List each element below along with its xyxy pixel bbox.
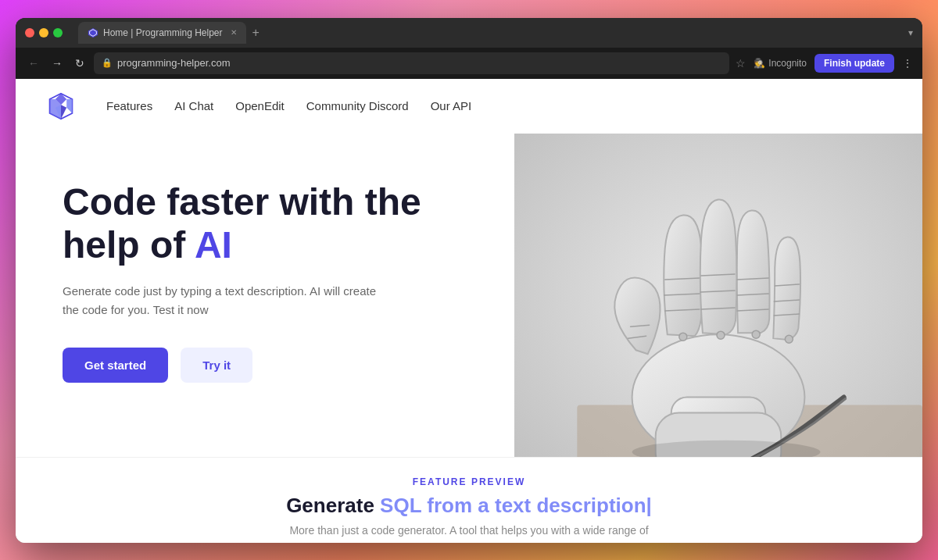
- incognito-button[interactable]: 🕵 Incognito: [754, 58, 807, 69]
- address-right: ☆ 🕵 Incognito Finish update ⋮: [736, 54, 913, 73]
- browser-window: Home | Programming Helper ✕ + ▾ ← → ↻ 🔒 …: [16, 18, 922, 543]
- nav-ai-chat[interactable]: AI Chat: [174, 99, 213, 112]
- feature-title-highlight: SQL from a text description|: [380, 494, 652, 517]
- svg-point-27: [679, 333, 687, 341]
- hero-title-line2: help of AI: [63, 224, 232, 266]
- tab-chevron-icon: ▾: [908, 27, 913, 38]
- refresh-button[interactable]: ↻: [72, 54, 88, 73]
- website-content: Features AI Chat OpenEdit Community Disc…: [16, 79, 922, 543]
- forward-button[interactable]: →: [48, 54, 66, 73]
- site-nav: Features AI Chat OpenEdit Community Disc…: [16, 79, 922, 134]
- url-text: programming-helper.com: [117, 57, 231, 69]
- tab-favicon-icon: [88, 27, 98, 38]
- hero-left: Code faster with the help of AI Generate…: [16, 134, 514, 457]
- nav-our-api[interactable]: Our API: [431, 99, 472, 112]
- bookmark-icon[interactable]: ☆: [736, 57, 746, 70]
- maximize-button[interactable]: [53, 28, 63, 37]
- minimize-button[interactable]: [39, 28, 48, 37]
- title-bar: Home | Programming Helper ✕ + ▾: [16, 18, 922, 48]
- feature-title-start: Generate: [286, 494, 380, 517]
- get-started-button[interactable]: Get started: [63, 348, 168, 383]
- svg-point-29: [752, 330, 760, 338]
- tab-bar: Home | Programming Helper ✕ + ▾: [78, 22, 913, 44]
- url-bar[interactable]: 🔒 programming-helper.com: [94, 52, 729, 74]
- traffic-lights: [25, 28, 63, 37]
- incognito-label: Incognito: [768, 58, 807, 69]
- feature-title: Generate SQL from a text description|: [16, 494, 922, 518]
- finish-update-button[interactable]: Finish update: [814, 54, 894, 73]
- nav-features[interactable]: Features: [106, 99, 152, 112]
- logo-icon: [47, 92, 75, 120]
- back-button[interactable]: ←: [25, 54, 42, 73]
- robot-hand-illustration: [514, 134, 922, 457]
- site-logo[interactable]: [47, 92, 75, 120]
- new-tab-button[interactable]: +: [246, 26, 266, 40]
- feature-label: FEATURE PREVIEW: [16, 476, 922, 487]
- svg-point-30: [785, 335, 793, 343]
- tab-title: Home | Programming Helper: [103, 27, 223, 38]
- address-bar: ← → ↻ 🔒 programming-helper.com ☆ 🕵 Incog…: [16, 48, 922, 79]
- more-options-icon[interactable]: ⋮: [902, 57, 913, 70]
- svg-marker-4: [66, 99, 72, 113]
- svg-point-28: [717, 331, 725, 339]
- feature-subtitle: More than just a code generator. A tool …: [16, 524, 922, 537]
- hero-image: [514, 134, 922, 457]
- hero-buttons: Get started Try it: [63, 348, 467, 383]
- incognito-icon: 🕵: [754, 58, 765, 69]
- lock-icon: 🔒: [102, 58, 113, 68]
- feature-section: FEATURE PREVIEW Generate SQL from a text…: [16, 457, 922, 543]
- close-button[interactable]: [25, 28, 34, 37]
- nav-community-discord[interactable]: Community Discord: [306, 99, 409, 112]
- hero-title-line1: Code faster with the: [63, 181, 421, 223]
- tab-close-icon[interactable]: ✕: [231, 28, 237, 37]
- hero-title-ai: AI: [195, 224, 232, 266]
- hero-title: Code faster with the help of AI: [63, 180, 467, 266]
- active-tab[interactable]: Home | Programming Helper ✕: [78, 22, 246, 44]
- hero-description: Generate code just by typing a text desc…: [63, 282, 391, 319]
- hero-section: Code faster with the help of AI Generate…: [16, 134, 922, 457]
- nav-links: Features AI Chat OpenEdit Community Disc…: [106, 99, 471, 112]
- try-it-button[interactable]: Try it: [181, 348, 252, 383]
- nav-openedit[interactable]: OpenEdit: [235, 99, 285, 112]
